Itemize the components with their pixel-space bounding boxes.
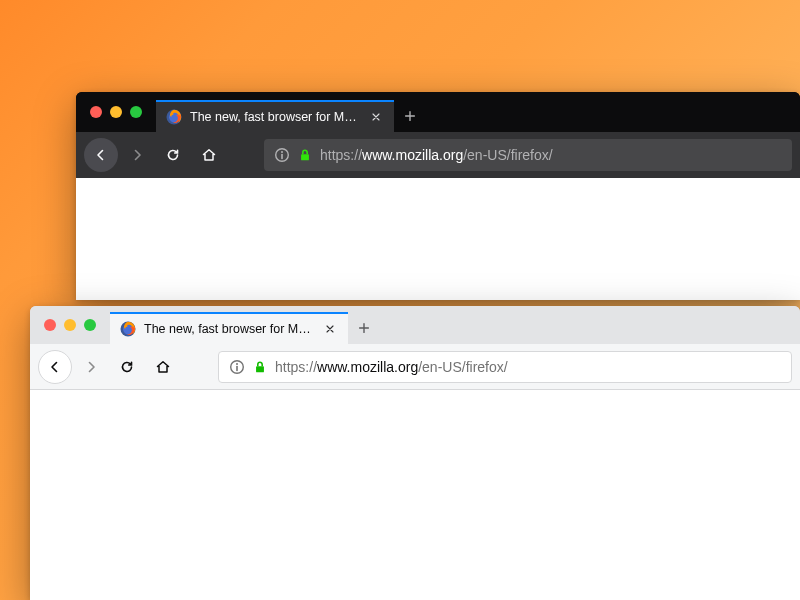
site-info-icon[interactable] [274, 147, 290, 163]
url-host: www.mozilla.org [317, 359, 418, 375]
close-tab-button[interactable] [322, 321, 338, 337]
back-button[interactable] [84, 138, 118, 172]
address-bar[interactable]: https://www.mozilla.org/en-US/firefox/ [218, 351, 792, 383]
close-window-button[interactable] [44, 319, 56, 331]
home-button[interactable] [146, 350, 180, 384]
toolbar: https://www.mozilla.org/en-US/firefox/ [76, 132, 800, 178]
url-text: https://www.mozilla.org/en-US/firefox/ [320, 147, 553, 163]
minimize-window-button[interactable] [64, 319, 76, 331]
address-bar[interactable]: https://www.mozilla.org/en-US/firefox/ [264, 139, 792, 171]
window-controls [30, 306, 110, 344]
back-button[interactable] [38, 350, 72, 384]
forward-button[interactable] [120, 138, 154, 172]
site-info-icon[interactable] [229, 359, 245, 375]
browser-window-light: The new, fast browser for Mac, https://w… [30, 306, 800, 600]
reload-button[interactable] [110, 350, 144, 384]
url-scheme: https:// [320, 147, 362, 163]
page-content [30, 390, 800, 600]
firefox-favicon-icon [120, 321, 136, 337]
window-controls [76, 92, 156, 132]
tab-strip: The new, fast browser for Mac, [76, 92, 800, 132]
tab-title: The new, fast browser for Mac, [190, 110, 360, 124]
page-content [76, 178, 800, 300]
forward-button[interactable] [74, 350, 108, 384]
new-tab-button[interactable] [348, 312, 380, 344]
url-host: www.mozilla.org [362, 147, 463, 163]
url-path: /en-US/firefox/ [418, 359, 507, 375]
minimize-window-button[interactable] [110, 106, 122, 118]
firefox-favicon-icon [166, 109, 182, 125]
home-button[interactable] [192, 138, 226, 172]
url-path: /en-US/firefox/ [463, 147, 552, 163]
reload-button[interactable] [156, 138, 190, 172]
new-tab-button[interactable] [394, 100, 426, 132]
close-tab-button[interactable] [368, 109, 384, 125]
url-text: https://www.mozilla.org/en-US/firefox/ [275, 359, 508, 375]
zoom-window-button[interactable] [84, 319, 96, 331]
lock-icon [298, 148, 312, 162]
tab-active[interactable]: The new, fast browser for Mac, [156, 100, 394, 132]
lock-icon [253, 360, 267, 374]
close-window-button[interactable] [90, 106, 102, 118]
toolbar: https://www.mozilla.org/en-US/firefox/ [30, 344, 800, 390]
zoom-window-button[interactable] [130, 106, 142, 118]
tab-strip: The new, fast browser for Mac, [30, 306, 800, 344]
tab-active[interactable]: The new, fast browser for Mac, [110, 312, 348, 344]
tab-title: The new, fast browser for Mac, [144, 322, 314, 336]
browser-window-dark: The new, fast browser for Mac, https://w… [76, 92, 800, 300]
url-scheme: https:// [275, 359, 317, 375]
